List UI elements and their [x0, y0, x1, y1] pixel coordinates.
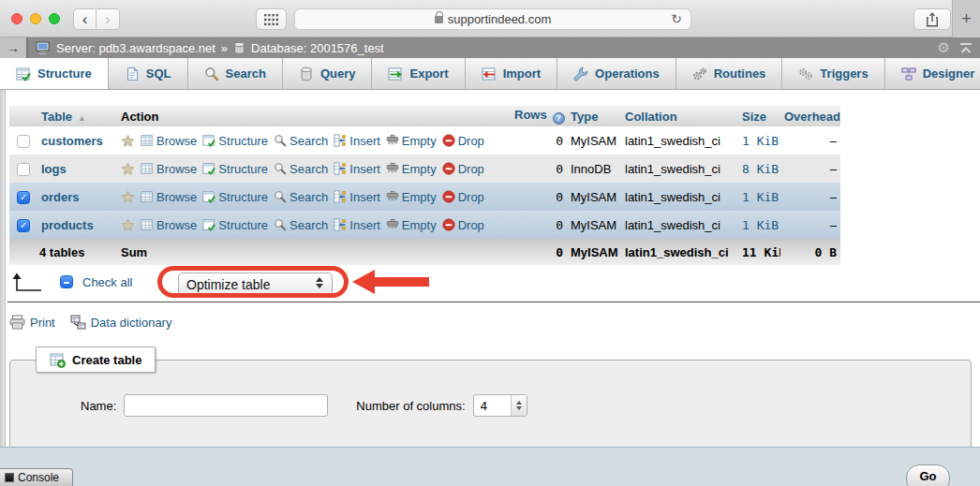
address-bar[interactable]: supportindeed.com ↻	[294, 8, 691, 30]
action-insert[interactable]: Insert	[334, 218, 380, 232]
tab-query[interactable]: Query	[283, 58, 373, 89]
go-button[interactable]: Go	[906, 464, 950, 486]
section-divider	[7, 302, 980, 302]
action-drop[interactable]: Drop	[442, 218, 484, 232]
action-structure[interactable]: Structure	[202, 218, 268, 232]
action-insert[interactable]: Insert	[334, 162, 380, 176]
action-empty[interactable]: Empty	[386, 162, 437, 176]
header-rows[interactable]: Rows?	[511, 106, 567, 126]
tab-sql[interactable]: SQL	[109, 58, 188, 89]
tab-operations[interactable]: Operations	[557, 58, 676, 89]
action-insert[interactable]: Insert	[334, 190, 380, 204]
refresh-icon[interactable]: ↻	[671, 11, 682, 26]
action-drop[interactable]: Drop	[442, 162, 484, 176]
table-name-link[interactable]: logs	[41, 162, 67, 176]
help-icon[interactable]: ?	[553, 112, 565, 125]
search-icon	[204, 66, 219, 81]
size: 1 KiB	[738, 126, 780, 155]
row-checkbox[interactable]	[17, 163, 30, 176]
breadcrumb-database-link[interactable]: Database: 2001576_test	[251, 41, 384, 55]
action-search[interactable]: Search	[274, 190, 328, 204]
columns-count-stepper[interactable]: 4	[473, 394, 527, 417]
header-table[interactable]: Table▲	[37, 106, 117, 126]
tab-structure[interactable]: Structure	[0, 58, 109, 89]
action-empty[interactable]: Empty	[386, 134, 437, 148]
engine-type: MyISAM	[567, 211, 621, 239]
star-icon[interactable]	[121, 218, 135, 232]
sum-row: 4 tables Sum 0 MyISAM latin1_swedish_ci …	[9, 239, 840, 265]
action-drop[interactable]: Drop	[442, 190, 484, 204]
expand-nav-button[interactable]: →	[0, 37, 28, 58]
sum-type: MyISAM	[567, 239, 621, 265]
action-browse[interactable]: Browse	[141, 134, 197, 148]
star-icon[interactable]	[121, 190, 135, 204]
action-drop[interactable]: Drop	[442, 134, 484, 148]
structure-icon	[202, 218, 215, 231]
zoom-icon[interactable]	[49, 13, 60, 24]
table-name-link[interactable]: products	[41, 218, 94, 232]
data-dictionary-link[interactable]: Data dictionary	[91, 316, 172, 330]
tab-designer[interactable]: Designer	[885, 58, 980, 89]
table-name-link[interactable]: customers	[41, 134, 103, 148]
nav-panel-resizer[interactable]	[0, 90, 6, 486]
tab-import[interactable]: Import	[466, 58, 557, 89]
row-checkbox[interactable]	[17, 191, 30, 204]
action-insert[interactable]: Insert	[334, 134, 380, 148]
share-button[interactable]	[913, 8, 951, 30]
action-structure[interactable]: Structure	[202, 134, 268, 148]
select-arrows-icon	[316, 277, 323, 288]
tab-label: Query	[320, 66, 356, 81]
collapse-top-icon[interactable]	[959, 42, 973, 54]
action-empty[interactable]: Empty	[386, 218, 437, 232]
tab-overview-button[interactable]	[256, 8, 287, 30]
breadcrumb-server-link[interactable]: Server: pdb3.awardspace.net	[56, 41, 215, 55]
tab-search[interactable]: Search	[188, 58, 283, 89]
tab-label: Designer	[923, 66, 975, 81]
header-checkbox-cell	[9, 106, 37, 126]
breadcrumb: Server: pdb3.awardspace.net » Database: …	[36, 41, 384, 55]
columns-label: Number of columns:	[356, 399, 465, 413]
header-collation[interactable]: Collation	[621, 106, 738, 126]
forward-button[interactable]: ›	[97, 8, 120, 30]
settings-gear-icon[interactable]: ⚙	[938, 39, 950, 56]
new-tab-button[interactable]: +	[952, 0, 980, 37]
action-browse[interactable]: Browse	[141, 162, 197, 176]
with-selected-dropdown[interactable]: Optimize table	[178, 272, 333, 297]
action-search[interactable]: Search	[274, 218, 328, 232]
topbar-right-controls: ⚙	[938, 37, 973, 58]
table-name-link[interactable]: orders	[41, 190, 79, 204]
search-icon	[274, 218, 287, 231]
tab-routines[interactable]: Routines	[676, 58, 783, 89]
check-all-link[interactable]: Check all	[82, 275, 132, 289]
collation: latin1_swedish_ci	[621, 155, 738, 183]
action-structure[interactable]: Structure	[202, 162, 268, 176]
star-icon[interactable]	[121, 134, 135, 148]
row-checkbox[interactable]	[17, 219, 30, 232]
tab-triggers[interactable]: Triggers	[782, 58, 884, 89]
tables-count: 4 tables	[9, 239, 117, 265]
close-icon[interactable]	[11, 13, 22, 24]
action-empty[interactable]: Empty	[386, 190, 437, 204]
insert-icon	[334, 162, 347, 175]
action-structure[interactable]: Structure	[202, 190, 268, 204]
row-checkbox[interactable]	[17, 135, 30, 148]
table-name-input[interactable]	[124, 394, 328, 417]
check-all-checkbox[interactable]	[60, 275, 73, 288]
back-button[interactable]: ‹	[73, 8, 97, 30]
routines-gears-icon	[692, 66, 707, 81]
header-overhead[interactable]: Overhead	[780, 106, 840, 126]
console-toggle[interactable]: Console	[0, 468, 73, 486]
query-icon	[299, 66, 314, 81]
action-browse[interactable]: Browse	[141, 190, 197, 204]
action-browse[interactable]: Browse	[141, 218, 197, 232]
stepper-arrows-icon[interactable]	[511, 395, 527, 416]
print-link[interactable]: Print	[30, 316, 55, 330]
tab-export[interactable]: Export	[372, 58, 465, 89]
minimize-icon[interactable]	[30, 13, 41, 24]
action-search[interactable]: Search	[274, 134, 328, 148]
action-search[interactable]: Search	[274, 162, 328, 176]
header-size[interactable]: Size	[738, 106, 780, 126]
star-icon[interactable]	[121, 162, 135, 176]
utility-links: Print Data dictionary	[9, 315, 171, 330]
header-type[interactable]: Type	[567, 106, 621, 126]
